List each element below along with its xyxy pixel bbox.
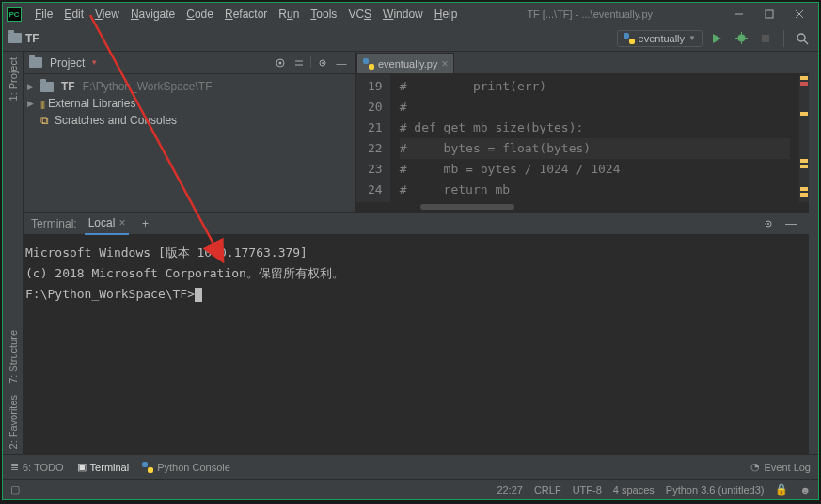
menu-run[interactable]: Run: [273, 8, 305, 21]
run-config-selector[interactable]: eventually ▼: [617, 30, 703, 47]
ide-body: 1: Project 7: Structure 2: Favorites Pro…: [3, 52, 818, 454]
tree-scratches[interactable]: ⧉ Scratches and Consoles: [24, 112, 355, 129]
tool-tab-todo[interactable]: ≣ 6: TODO: [10, 461, 64, 473]
chevron-right-icon[interactable]: ▶: [27, 82, 37, 91]
close-button[interactable]: [784, 4, 814, 24]
project-panel: Project ▼ |: [24, 52, 356, 212]
status-encoding[interactable]: UTF-8: [573, 484, 602, 496]
menu-tools[interactable]: Tools: [305, 8, 342, 21]
python-icon: [624, 33, 635, 44]
project-tree[interactable]: ▶ TF F:\Python_WorkSpace\TF ▶ External L…: [24, 74, 355, 133]
status-line-sep[interactable]: CRLF: [534, 484, 561, 496]
tree-external-libs[interactable]: ▶ External Libraries: [24, 95, 355, 112]
tree-item-label: Scratches and Consoles: [55, 114, 177, 127]
tool-tab-structure[interactable]: 7: Structure: [8, 324, 19, 389]
editor-tab[interactable]: eventually.py ×: [356, 53, 454, 73]
hector-icon[interactable]: ☻: [799, 484, 811, 496]
horizontal-scrollbar[interactable]: [356, 202, 809, 212]
menu-help[interactable]: Help: [429, 8, 464, 21]
terminal-header: Terminal: Local × + —: [24, 213, 809, 235]
menu-edit[interactable]: Edit: [58, 8, 89, 21]
terminal-line: (c) 2018 Microsoft Corporation。保留所有权利。: [25, 263, 799, 284]
debug-button[interactable]: [731, 28, 751, 49]
cursor: [195, 288, 202, 302]
status-icon[interactable]: ▢: [10, 483, 20, 496]
tool-tab-python-console[interactable]: Python Console: [142, 462, 230, 473]
chevron-down-icon: ▼: [688, 34, 696, 42]
gear-icon[interactable]: [758, 213, 779, 234]
window-title: TF [...\TF] - ...\eventually.py: [527, 8, 653, 20]
status-time: 22:27: [497, 484, 523, 496]
tool-tab-favorites[interactable]: 2: Favorites: [8, 389, 19, 454]
svg-rect-1: [766, 10, 773, 18]
tree-root[interactable]: ▶ TF F:\Python_WorkSpace\TF: [24, 78, 355, 95]
breadcrumb[interactable]: TF: [25, 32, 39, 45]
close-tab-icon[interactable]: ×: [441, 57, 448, 71]
right-tool-gutter: [809, 52, 818, 454]
gear-icon[interactable]: [314, 55, 331, 71]
python-icon: [142, 462, 153, 473]
new-terminal-button[interactable]: +: [134, 213, 155, 234]
run-button[interactable]: [706, 28, 727, 49]
search-button[interactable]: [792, 28, 813, 49]
list-icon: ≣: [10, 461, 19, 473]
minimize-button[interactable]: [724, 4, 754, 24]
status-indent[interactable]: 4 spaces: [613, 484, 655, 496]
svg-point-16: [322, 62, 324, 64]
hide-button[interactable]: —: [781, 213, 801, 234]
menu-code[interactable]: Code: [181, 8, 219, 21]
terminal-icon: ▣: [77, 461, 87, 473]
hide-button[interactable]: —: [333, 55, 350, 71]
app-icon: PC: [7, 7, 22, 22]
tool-tab-project[interactable]: 1: Project: [8, 52, 19, 106]
folder-icon: [40, 82, 54, 92]
stop-button[interactable]: [755, 28, 776, 49]
marker-strip[interactable]: [799, 74, 809, 202]
terminal-prompt: F:\Python_WorkSpace\TF>: [25, 284, 799, 305]
main-area: Project ▼ |: [24, 52, 809, 454]
menu-vcs[interactable]: VCS: [342, 8, 377, 21]
close-tab-icon[interactable]: ×: [118, 216, 125, 229]
terminal-panel: Terminal: Local × + — Microsof: [24, 212, 809, 454]
svg-line-12: [804, 40, 808, 44]
balloon-icon: ◔: [750, 461, 760, 473]
tool-tab-terminal[interactable]: ▣ Terminal: [77, 461, 130, 473]
svg-point-5: [737, 35, 745, 42]
menu-view[interactable]: View: [89, 8, 125, 21]
toolbar: TF eventually ▼: [3, 25, 818, 52]
project-panel-header: Project ▼ |: [24, 52, 355, 74]
menu-navigate[interactable]: Navigate: [125, 8, 181, 21]
menu-window[interactable]: Window: [377, 8, 429, 21]
run-config-label: eventually: [639, 33, 686, 44]
folder-icon: [29, 57, 42, 68]
terminal-header-label: Terminal:: [31, 217, 77, 230]
terminal-tab-label: Local: [88, 216, 116, 229]
code-area[interactable]: 19 20 21 22 23 24 # print(err) # # def g…: [356, 74, 809, 202]
bottom-tool-bar: ≣ 6: TODO ▣ Terminal Python Console ◔ Ev…: [3, 454, 818, 479]
scratches-icon: ⧉: [40, 114, 49, 127]
tree-root-path: F:\Python_WorkSpace\TF: [83, 80, 213, 93]
tree-item-label: External Libraries: [48, 97, 135, 110]
svg-point-11: [797, 34, 805, 41]
code-text[interactable]: # print(err) # # def get_mb_size(bytes):…: [390, 74, 799, 202]
left-tool-gutter: 1: Project 7: Structure 2: Favorites: [3, 52, 24, 454]
locate-button[interactable]: [272, 55, 289, 71]
menu-refactor[interactable]: Refactor: [219, 8, 273, 21]
folder-icon: [8, 33, 22, 43]
terminal-tab[interactable]: Local ×: [85, 213, 130, 235]
chevron-down-icon[interactable]: ▼: [90, 58, 98, 67]
lock-icon[interactable]: 🔒: [775, 483, 788, 496]
maximize-button[interactable]: [754, 4, 784, 24]
chevron-right-icon[interactable]: ▶: [27, 99, 37, 108]
status-interpreter[interactable]: Python 3.6 (untitled3): [666, 484, 765, 496]
editor-tab-label: eventually.py: [378, 58, 437, 70]
status-bar: ▢ 22:27 CRLF UTF-8 4 spaces Python 3.6 (…: [3, 479, 818, 499]
library-icon: [40, 97, 44, 110]
tree-root-name: TF: [61, 80, 75, 93]
terminal-line: Microsoft Windows [版本 10.0.17763.379]: [25, 243, 799, 263]
collapse-all-button[interactable]: [291, 55, 308, 71]
terminal-body[interactable]: Microsoft Windows [版本 10.0.17763.379] (c…: [24, 235, 809, 454]
svg-rect-10: [762, 35, 769, 42]
tool-tab-event-log[interactable]: ◔ Event Log: [750, 461, 811, 473]
menu-file[interactable]: File: [29, 8, 58, 21]
